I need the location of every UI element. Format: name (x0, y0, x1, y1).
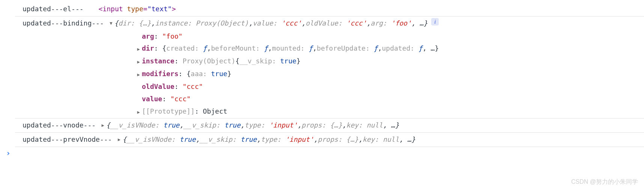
chevron-right-icon[interactable]: ▶ (116, 134, 122, 145)
console-row-vnode: updated---vnode--- ▶ { __v_isVNode: true… (0, 118, 644, 132)
binding-summary[interactable]: { dir: {…} , instance: Proxy(Object) , v… (114, 18, 428, 29)
chevron-right-icon[interactable]: ▶ (135, 107, 142, 117)
vnode-summary[interactable]: { __v_isVNode: true , __v_skip: true , t… (106, 120, 399, 131)
el-value[interactable]: <input type="text"> (99, 4, 176, 15)
console-row-prevvnode: updated---prevVnode--- ▶ { __v_isVNode: … (0, 133, 644, 147)
log-label: updated---prevVnode--- (23, 134, 112, 145)
console-row-binding: updated---binding--- ▼ { dir: {…} , inst… (0, 16, 644, 30)
chevron-right-icon[interactable]: ▶ (99, 120, 106, 130)
prop-oldvalue[interactable]: oldValue: "ccc" (135, 81, 644, 93)
prop-prototype[interactable]: ▶ [[Prototype]]: Object (135, 105, 644, 118)
chevron-right-icon[interactable]: ▶ (135, 44, 142, 54)
log-label: updated---vnode--- (23, 120, 96, 131)
chevron-right-icon[interactable]: ▶ (135, 57, 142, 67)
prop-arg[interactable]: arg: "foo" (135, 30, 644, 43)
chevron-down-icon[interactable]: ▼ (108, 18, 114, 28)
prop-value[interactable]: value: "ccc" (135, 93, 644, 105)
console-row-el: updated---el--- <input type="text"> (0, 2, 644, 16)
log-label: updated---el--- (23, 4, 84, 15)
prop-dir[interactable]: ▶ dir: { created: ƒ , beforeMount: ƒ , m… (135, 42, 644, 55)
console-prompt-icon[interactable]: › (0, 147, 644, 159)
log-label: updated---binding--- (23, 18, 104, 29)
prevvnode-summary[interactable]: { __v_isVNode: true , __v_skip: true , t… (122, 134, 415, 145)
prop-instance[interactable]: ▶ instance: Proxy(Object) { __v_skip: tr… (135, 55, 644, 68)
chevron-right-icon[interactable]: ▶ (135, 69, 142, 80)
prop-modifiers[interactable]: ▶ modifiers: { aaa: true } (135, 68, 644, 81)
binding-expanded: arg: "foo" ▶ dir: { created: ƒ , beforeM… (0, 30, 644, 118)
info-icon[interactable]: i (431, 18, 439, 26)
